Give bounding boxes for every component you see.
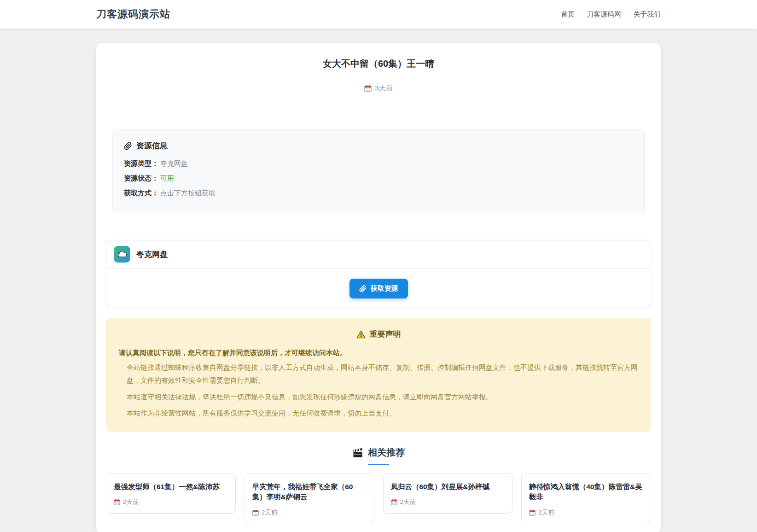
resource-info-heading: 资源信息 [136, 140, 168, 151]
warning-icon [356, 330, 366, 339]
resource-row-status: 资源状态：可用 [124, 174, 633, 183]
important-notice-box: 重要声明 请认真阅读以下说明，您只有在了解并同意该说明后，才可继续访问本站。 全… [106, 318, 651, 432]
related-card-meta: 2天前 [529, 509, 643, 517]
site-title: 刀客源码演示站 [96, 7, 170, 21]
resource-status-label: 资源状态： [124, 174, 158, 182]
paperclip-icon [124, 142, 132, 150]
related-card-meta: 2天前 [114, 498, 228, 506]
resource-method-label: 获取方式： [124, 189, 158, 197]
calendar-icon [391, 499, 397, 505]
related-card-date: 2天前 [262, 509, 278, 517]
related-card[interactable]: 最强发型师（61集）一然&陈沛苏 2天前 [106, 473, 236, 514]
notice-paragraph: 本站作为非经营性网站，所有服务仅供学习交流使用，无任何收费请求，切勿上当支付。 [127, 407, 638, 420]
resource-type-label: 资源类型： [124, 159, 158, 167]
related-card-date: 2天前 [400, 498, 416, 506]
main-content-card: 女大不中留（60集）王一晴 3天前 资源信息 [96, 43, 661, 532]
post-title: 女大不中留（60集）王一晴 [106, 54, 651, 70]
notice-intro: 请认真阅读以下说明，您只有在了解并同意该说明后，才可继续访问本站。 [119, 349, 638, 357]
resource-type-value: 夸克网盘 [160, 159, 188, 167]
provider-header: 夸克网盘 [106, 240, 651, 268]
nav-item-source-site[interactable]: 刀客源码网 [587, 10, 621, 19]
clapperboard-icon [352, 447, 363, 458]
related-card[interactable]: 静待惊鸿入翁慌（40集）陈雷雷&吴毅非 2天前 [521, 473, 651, 524]
provider-body: 获取资源 [106, 268, 651, 308]
heading-underline [368, 464, 389, 465]
related-card-title: 早灾荒年，我福娃带飞全家（60集）李明&萨钢云 [252, 482, 367, 503]
calendar-icon [114, 499, 120, 505]
notice-heading: 重要声明 [370, 329, 401, 339]
site-header: 刀客源码演示站 首页 刀客源码网 关于我们 [0, 0, 757, 29]
cloud-drive-icon [114, 246, 130, 263]
related-card-date: 2天前 [123, 498, 139, 506]
nav-item-home[interactable]: 首页 [561, 10, 575, 19]
related-card-title: 最强发型师（61集）一然&陈沛苏 [114, 482, 228, 492]
provider-panel: 夸克网盘 获取资源 [106, 240, 651, 308]
main-nav: 首页 刀客源码网 关于我们 [561, 10, 661, 19]
related-section: 相关推荐 最强发型师（61集）一然&陈沛苏 2天前 [106, 446, 651, 524]
post-date: 3天前 [375, 84, 392, 93]
provider-name: 夸克网盘 [136, 249, 168, 260]
get-resource-button[interactable]: 获取资源 [349, 279, 408, 298]
related-card[interactable]: 凤归云（60集）刘昱展&孙梓铖 2天前 [383, 473, 513, 514]
resource-row-method: 获取方式：点击下方按钮获取 [124, 189, 633, 198]
related-card-meta: 2天前 [391, 498, 505, 506]
title-divider [106, 108, 651, 108]
resource-method-value: 点击下方按钮获取 [160, 189, 215, 197]
resource-row-type: 资源类型：夸克网盘 [124, 159, 633, 168]
related-card-title: 静待惊鸿入翁慌（40集）陈雷雷&吴毅非 [529, 482, 643, 503]
nav-item-about[interactable]: 关于我们 [633, 10, 661, 19]
related-card-meta: 2天前 [252, 509, 367, 517]
get-resource-button-label: 获取资源 [371, 284, 398, 293]
related-heading: 相关推荐 [368, 446, 405, 459]
paperclip-icon [359, 285, 367, 292]
related-card-date: 2天前 [538, 509, 554, 517]
calendar-icon [252, 509, 259, 516]
notice-paragraph: 本站遵守相关法律法规，坚决杜绝一切违规不良信息，如您发现任何涉嫌违规的网盘信息，… [127, 391, 638, 403]
notice-paragraph: 全站链接通过蜘蛛程序收集自网盘分享链接，以非人工方式自动生成，网站本身不储存、复… [127, 361, 638, 387]
notice-paragraphs: 全站链接通过蜘蛛程序收集自网盘分享链接，以非人工方式自动生成，网站本身不储存、复… [119, 361, 638, 420]
resource-status-value: 可用 [160, 174, 174, 182]
related-card-title: 凤归云（60集）刘昱展&孙梓铖 [391, 482, 505, 492]
resource-info-box: 资源信息 资源类型：夸克网盘 资源状态：可用 获取方式：点击下方按钮获取 [112, 129, 645, 212]
calendar-icon [529, 509, 536, 516]
calendar-icon [364, 85, 372, 92]
related-grid: 最强发型师（61集）一然&陈沛苏 2天前 早灾荒年， [106, 473, 651, 524]
related-card[interactable]: 早灾荒年，我福娃带飞全家（60集）李明&萨钢云 2天前 [245, 473, 374, 524]
post-meta: 3天前 [106, 84, 651, 93]
